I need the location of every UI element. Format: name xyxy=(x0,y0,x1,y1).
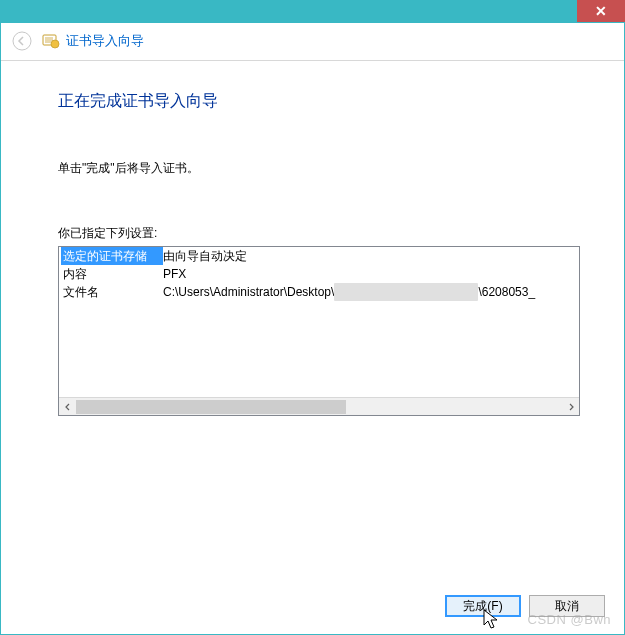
chevron-right-icon xyxy=(567,403,575,411)
settings-list[interactable]: 选定的证书存储 由向导自动决定 内容 PFX 文件名 C:\Users\Admi… xyxy=(58,246,580,416)
certificate-icon xyxy=(42,32,60,50)
chevron-left-icon xyxy=(64,403,72,411)
row-key: 文件名 xyxy=(63,283,163,301)
wizard-header: 证书导入向导 xyxy=(0,22,625,61)
cancel-button[interactable]: 取消 xyxy=(529,595,605,617)
row-key: 内容 xyxy=(63,265,163,283)
back-button[interactable] xyxy=(10,29,34,53)
close-icon: ✕ xyxy=(595,3,607,19)
button-bar: 完成(F) 取消 xyxy=(445,595,605,617)
row-value: C:\Users\Administrator\Desktop\xxxxxxxxx… xyxy=(163,283,579,301)
row-value: 由向导自动决定 xyxy=(163,247,579,265)
scroll-left-button[interactable] xyxy=(59,399,76,415)
horizontal-scrollbar[interactable] xyxy=(59,397,579,415)
redacted-segment: xxxxxxxxxxxxxxxxxxxxxxxx xyxy=(334,283,478,301)
wizard-window: ✕ 证书导入向导 正在完成证书导入向导 单击"完成"后将导入证书。 你已指定下列… xyxy=(0,0,625,635)
settings-label: 你已指定下列设置: xyxy=(58,225,567,242)
table-row[interactable]: 文件名 C:\Users\Administrator\Desktop\xxxxx… xyxy=(59,283,579,301)
svg-point-0 xyxy=(13,32,31,50)
row-key: 选定的证书存储 xyxy=(61,247,163,265)
scroll-track[interactable] xyxy=(76,399,562,415)
finish-button[interactable]: 完成(F) xyxy=(445,595,521,617)
instruction-text: 单击"完成"后将导入证书。 xyxy=(58,160,567,177)
table-row[interactable]: 选定的证书存储 由向导自动决定 xyxy=(59,247,579,265)
table-row[interactable]: 内容 PFX xyxy=(59,265,579,283)
back-arrow-icon xyxy=(12,31,32,51)
row-value: PFX xyxy=(163,265,579,283)
title-bar: ✕ xyxy=(0,0,625,22)
svg-point-2 xyxy=(51,40,59,48)
close-button[interactable]: ✕ xyxy=(577,0,625,22)
scroll-thumb[interactable] xyxy=(76,400,346,414)
content-area: 正在完成证书导入向导 单击"完成"后将导入证书。 你已指定下列设置: 选定的证书… xyxy=(0,61,625,416)
scroll-right-button[interactable] xyxy=(562,399,579,415)
wizard-title: 证书导入向导 xyxy=(66,32,144,50)
page-title: 正在完成证书导入向导 xyxy=(58,91,567,112)
settings-rows: 选定的证书存储 由向导自动决定 内容 PFX 文件名 C:\Users\Admi… xyxy=(59,247,579,397)
